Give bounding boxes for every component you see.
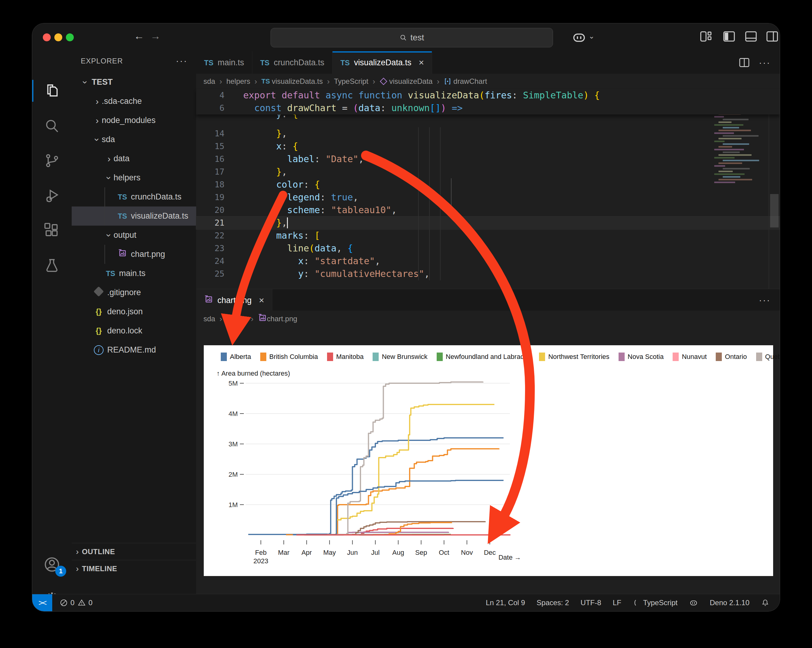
code-line-15[interactable]: 15 x: {: [196, 140, 780, 153]
line-number: 18: [196, 178, 224, 191]
tree-item-crunchdata-ts[interactable]: TScrunchData.ts: [72, 188, 196, 206]
sidebar-item-extensions[interactable]: [32, 215, 72, 245]
svg-text:↑ Area burned (hectares): ↑ Area burned (hectares): [217, 369, 290, 377]
breadcrumb[interactable]: sda›helpers›TSvisualizeData.ts›TypeScrip…: [196, 74, 780, 89]
svg-text:Feb: Feb: [255, 549, 267, 556]
copilot-status[interactable]: [689, 598, 698, 607]
image-file-icon: [116, 249, 128, 260]
minimize-window-button[interactable]: [54, 34, 62, 41]
tree-item-chart-png[interactable]: chart.png: [72, 245, 196, 264]
breadcrumb-item-output[interactable]: output: [226, 314, 247, 323]
tab-crunchdata-ts[interactable]: TScrunchData.ts: [252, 51, 333, 74]
svg-text:Jun: Jun: [347, 549, 358, 556]
ts-file-icon: TS: [104, 269, 117, 278]
errors-indicator[interactable]: 0: [60, 599, 75, 607]
line-content: x: {: [224, 140, 298, 153]
copilot-icon[interactable]: [571, 29, 587, 45]
tree-item-sda[interactable]: ›sda: [72, 130, 196, 149]
tree-item-deno-lock[interactable]: {}deno.lock: [72, 321, 196, 340]
more-actions-icon[interactable]: ···: [759, 57, 771, 68]
close-window-button[interactable]: [43, 34, 51, 41]
tree-item-main-ts[interactable]: TSmain.ts: [72, 264, 196, 283]
code-line-20[interactable]: 20 scheme: "tableau10",: [196, 204, 780, 217]
tree-item--sda-cache[interactable]: ›.sda-cache: [72, 92, 196, 111]
breadcrumb-item-sda[interactable]: sda: [203, 77, 215, 85]
code-line-22[interactable]: 22 marks: [: [196, 229, 780, 242]
toggle-secondary-sidebar-icon[interactable]: [765, 29, 779, 43]
code-line-16[interactable]: 16 label: "Date",: [196, 153, 780, 166]
sidebar-item-testing[interactable]: [32, 250, 72, 281]
tree-item-node-modules[interactable]: ›node_modules: [72, 111, 196, 130]
tree-item-visualizedata-ts[interactable]: TSvisualizeData.ts: [72, 206, 196, 226]
code-line-23[interactable]: 23 line(data, {: [196, 242, 780, 255]
tree-item-readme-md[interactable]: iREADME.md: [72, 340, 196, 360]
code-line-14[interactable]: 14 },: [196, 127, 780, 140]
sidebar-item-run-debug[interactable]: [32, 180, 72, 211]
toggle-panel-icon[interactable]: [744, 29, 758, 43]
breadcrumb-item-helpers[interactable]: helpers: [226, 77, 250, 85]
tree-item-label: node_modules: [102, 116, 156, 125]
forward-button[interactable]: →: [149, 30, 162, 42]
split-editor-icon[interactable]: [738, 56, 750, 69]
tree-item-test[interactable]: ›TEST: [72, 73, 196, 92]
code-line-24[interactable]: 24 x: "startdate",: [196, 255, 780, 267]
explorer-more-actions[interactable]: ···: [176, 56, 188, 66]
breadcrumb-item-chart-png[interactable]: chart.png: [258, 313, 297, 324]
tab-label: visualizeData.ts: [354, 58, 412, 67]
error-icon: [60, 599, 68, 607]
code-line-17[interactable]: 17 },: [196, 166, 780, 178]
breadcrumb-separator: ›: [327, 77, 330, 86]
tree-item-deno-json[interactable]: {}deno.json: [72, 302, 196, 321]
back-button[interactable]: ←: [133, 30, 146, 42]
notifications[interactable]: [761, 599, 769, 607]
code-line-19[interactable]: 19 legend: true,: [196, 191, 780, 204]
tab-visualizedata-ts[interactable]: TSvisualizeData.ts×: [333, 51, 432, 74]
code-line-4[interactable]: 4export default async function visualize…: [196, 89, 780, 102]
scrollbar-track: [769, 89, 769, 308]
encoding[interactable]: UTF-8: [581, 599, 601, 607]
code-line-25[interactable]: 25 y: "cumulativeHectares",: [196, 267, 780, 280]
tree-item-data[interactable]: ›data: [72, 149, 196, 168]
tree-item-helpers[interactable]: ›helpers: [72, 168, 196, 188]
chevron-right-icon: ›: [93, 96, 102, 107]
language-mode[interactable]: TypeScript: [633, 599, 678, 607]
breadcrumb-item-drawchart[interactable]: drawChart: [444, 77, 487, 85]
tree-item--gitignore[interactable]: .gitignore: [72, 283, 196, 302]
indentation[interactable]: Spaces: 2: [537, 599, 569, 607]
scrollbar-slider[interactable]: [770, 194, 778, 227]
tree-item-output[interactable]: ›output: [72, 226, 196, 245]
sidebar-item-explorer[interactable]: [32, 76, 72, 106]
account-button[interactable]: 1: [32, 549, 72, 580]
breadcrumb-item-typescript[interactable]: TypeScript: [334, 77, 368, 85]
more-actions-icon[interactable]: ···: [759, 295, 771, 305]
sidebar-item-source-control[interactable]: [32, 145, 72, 176]
tab-chart-png[interactable]: chart.png×: [196, 289, 272, 311]
tab-main-ts[interactable]: TSmain.ts: [196, 51, 252, 74]
warnings-indicator[interactable]: 0: [78, 599, 92, 607]
close-icon[interactable]: ×: [419, 57, 424, 68]
remote-indicator[interactable]: ><: [32, 594, 52, 611]
line-number: 20: [196, 204, 224, 217]
breadcrumb-item-sda[interactable]: sda: [203, 314, 215, 323]
cursor-position[interactable]: Ln 21, Col 9: [486, 599, 525, 607]
breadcrumb-item-visualizedata-ts[interactable]: TSvisualizeData.ts: [261, 77, 323, 85]
code-line-6[interactable]: 6 const drawChart = (data: unknown[]) =>: [196, 102, 780, 114]
eol[interactable]: LF: [613, 599, 621, 607]
sidebar-item-search[interactable]: [32, 111, 72, 141]
outline-section[interactable]: › OUTLINE: [72, 543, 196, 560]
image-breadcrumb[interactable]: sda›output›chart.png: [196, 311, 780, 327]
code-line-21[interactable]: 21 },: [196, 217, 780, 229]
copilot-icon: [689, 598, 698, 607]
toggle-primary-sidebar-icon[interactable]: [722, 29, 736, 43]
code-line-18[interactable]: 18 color: {: [196, 178, 780, 191]
code-line-clipped[interactable]: y: {: [196, 114, 780, 120]
zoom-window-button[interactable]: [66, 34, 74, 41]
timeline-section[interactable]: › TIMELINE: [72, 560, 196, 577]
command-center-search[interactable]: test: [270, 28, 553, 47]
customize-layout-icon[interactable]: [699, 29, 713, 43]
code-editor[interactable]: 14 },15 x: {16 label: "Date",17 },18 col…: [196, 127, 780, 280]
breadcrumb-item-visualizedata[interactable]: visualizeData: [380, 77, 433, 85]
chevron-down-icon[interactable]: ⌄: [589, 32, 595, 40]
close-icon[interactable]: ×: [259, 295, 264, 305]
deno-version[interactable]: Deno 2.1.10: [710, 599, 749, 607]
